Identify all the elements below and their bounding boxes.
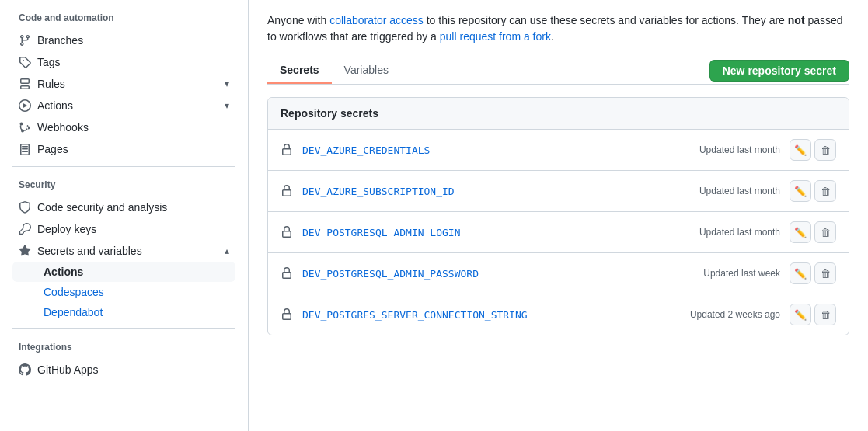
info-text: Anyone with collaborator access to this … <box>267 12 849 45</box>
sidebar-item-branches[interactable]: Branches <box>12 30 235 51</box>
secrets-section: Repository secrets DEV_AZURE_CREDENTIALS… <box>267 97 849 335</box>
lock-icon <box>281 308 293 321</box>
edit-secret-button[interactable]: ✏️ <box>790 139 811 161</box>
lock-icon <box>281 226 293 238</box>
secret-name: DEV_AZURE_CREDENTIALS <box>302 144 699 156</box>
secret-name: DEV_AZURE_SUBSCRIPTION_ID <box>302 186 699 197</box>
sidebar-item-rules[interactable]: Rules ▾ <box>12 73 235 95</box>
secret-actions: ✏️ 🗑 <box>790 139 836 161</box>
sidebar: Code and automation Branches Tags Rules … <box>0 0 249 431</box>
collaborator-link[interactable]: collaborator access <box>329 14 424 26</box>
secret-actions: ✏️ 🗑 <box>790 180 836 202</box>
tabs: Secrets Variables <box>267 57 401 84</box>
secret-row: DEV_AZURE_CREDENTIALS Updated last month… <box>268 130 849 171</box>
sidebar-item-label: Deploy keys <box>37 223 96 235</box>
secret-updated: Updated 2 weeks ago <box>690 309 780 320</box>
sidebar-item-label: Rules <box>37 78 65 90</box>
secret-name: DEV_POSTGRESQL_ADMIN_LOGIN <box>302 227 699 238</box>
sidebar-sub-item-dependabot[interactable]: Dependabot <box>12 302 235 322</box>
tabs-row: Secrets Variables New repository secret <box>267 57 849 85</box>
delete-secret-button[interactable]: 🗑 <box>814 304 836 325</box>
sidebar-sub-item-label: Actions <box>44 266 83 278</box>
tab-secrets[interactable]: Secrets <box>267 57 332 84</box>
sidebar-item-pages[interactable]: Pages <box>12 138 235 160</box>
secret-actions: ✏️ 🗑 <box>790 304 836 325</box>
play-icon <box>19 99 31 112</box>
secret-actions: ✏️ 🗑 <box>790 262 836 284</box>
sidebar-item-label: Secrets and variables <box>37 245 142 257</box>
secret-row: DEV_POSTGRES_SERVER_CONNECTION_STRING Up… <box>268 294 849 335</box>
divider <box>12 166 235 167</box>
tab-variables[interactable]: Variables <box>332 57 401 84</box>
secret-row: DEV_AZURE_SUBSCRIPTION_ID Updated last m… <box>268 171 849 212</box>
secret-name: DEV_POSTGRES_SERVER_CONNECTION_STRING <box>302 309 690 321</box>
secret-updated: Updated last month <box>699 227 780 238</box>
delete-secret-button[interactable]: 🗑 <box>814 262 836 284</box>
sidebar-item-label: GitHub Apps <box>37 363 99 376</box>
sidebar-item-code-security[interactable]: Code security and analysis <box>12 196 235 218</box>
sidebar-item-tags[interactable]: Tags <box>12 51 235 73</box>
secret-updated: Updated last month <box>699 144 780 155</box>
sidebar-item-label: Webhooks <box>37 121 89 134</box>
sidebar-item-deploy-keys[interactable]: Deploy keys <box>12 218 235 240</box>
secret-actions: ✏️ 🗑 <box>790 221 836 243</box>
shield-icon <box>19 201 31 214</box>
delete-secret-button[interactable]: 🗑 <box>814 221 836 243</box>
main-content: Anyone with collaborator access to this … <box>249 0 868 431</box>
delete-secret-button[interactable]: 🗑 <box>814 180 836 202</box>
pages-icon <box>19 143 31 155</box>
repository-secrets-header: Repository secrets <box>268 98 849 130</box>
pull-request-link[interactable]: pull request from a fork <box>440 30 551 43</box>
sidebar-item-secrets-variables[interactable]: Secrets and variables ▴ <box>12 240 235 262</box>
key-icon <box>19 223 31 235</box>
edit-secret-button[interactable]: ✏️ <box>790 221 811 243</box>
secret-name: DEV_POSTGRESQL_ADMIN_PASSWORD <box>302 268 703 280</box>
rule-icon <box>19 78 31 90</box>
sidebar-item-actions[interactable]: Actions ▾ <box>12 95 235 116</box>
sidebar-sub-item-label: Codespaces <box>44 286 104 298</box>
security-label: Security <box>12 179 235 190</box>
secret-updated: Updated last week <box>703 268 780 279</box>
chevron-up-icon: ▴ <box>225 245 229 256</box>
code-automation-label: Code and automation <box>12 12 235 23</box>
new-repository-secret-button[interactable]: New repository secret <box>709 60 849 82</box>
divider-2 <box>12 328 235 329</box>
edit-secret-button[interactable]: ✏️ <box>790 180 811 202</box>
sidebar-sub-item-label: Dependabot <box>44 306 103 318</box>
sidebar-item-label: Actions <box>37 99 73 112</box>
sidebar-sub-item-codespaces[interactable]: Codespaces <box>12 282 235 302</box>
sidebar-item-label: Pages <box>37 143 68 155</box>
sidebar-item-webhooks[interactable]: Webhooks <box>12 116 235 138</box>
sidebar-sub-item-actions[interactable]: Actions <box>12 262 235 282</box>
secret-updated: Updated last month <box>699 186 780 196</box>
chevron-down-icon: ▾ <box>225 100 229 111</box>
edit-secret-button[interactable]: ✏️ <box>790 262 811 284</box>
apps-icon <box>19 363 31 376</box>
sidebar-item-label: Code security and analysis <box>37 201 167 214</box>
chevron-down-icon: ▾ <box>225 78 229 89</box>
lock-icon <box>281 267 293 280</box>
sidebar-item-label: Branches <box>37 34 83 47</box>
sidebar-item-github-apps[interactable]: GitHub Apps <box>12 359 235 381</box>
star-icon <box>19 245 31 257</box>
lock-icon <box>281 185 293 197</box>
branch-icon <box>19 34 31 47</box>
edit-secret-button[interactable]: ✏️ <box>790 304 811 325</box>
secret-row: DEV_POSTGRESQL_ADMIN_LOGIN Updated last … <box>268 212 849 253</box>
sidebar-item-label: Tags <box>37 56 61 68</box>
tag-icon <box>19 56 31 68</box>
secret-row: DEV_POSTGRESQL_ADMIN_PASSWORD Updated la… <box>268 253 849 294</box>
integrations-label: Integrations <box>12 342 235 353</box>
delete-secret-button[interactable]: 🗑 <box>814 139 836 161</box>
lock-icon <box>281 144 293 156</box>
webhook-icon <box>19 121 31 134</box>
